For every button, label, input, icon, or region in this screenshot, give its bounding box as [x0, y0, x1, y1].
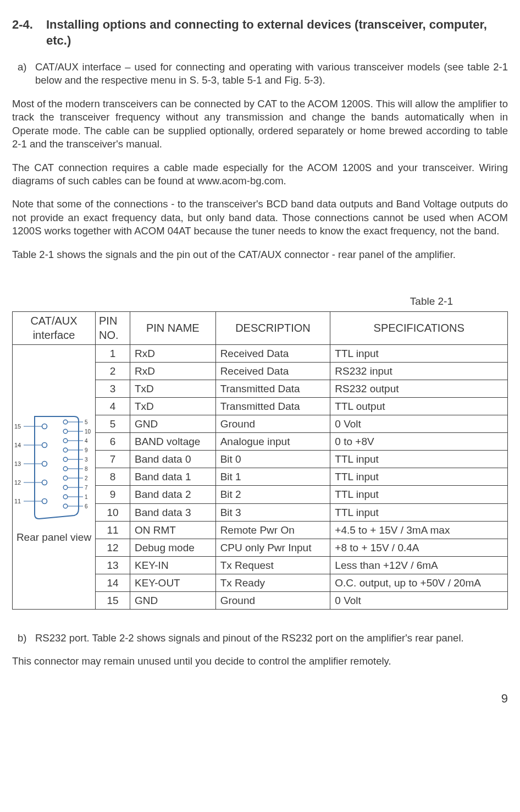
pin-specification: TTL output [330, 398, 508, 415]
svg-text:13: 13 [14, 460, 21, 467]
pin-specification: TTL input [330, 486, 508, 503]
pin-number: 14 [96, 574, 130, 591]
pin-number: 5 [96, 415, 130, 433]
svg-text:12: 12 [14, 479, 21, 486]
svg-text:8: 8 [85, 466, 88, 472]
pin-description: Bit 3 [215, 503, 330, 521]
pin-number: 15 [96, 591, 130, 609]
list-item-a: a) CAT/AUX interface – used for connecti… [18, 61, 508, 87]
pin-number: 8 [96, 468, 130, 486]
page-number: 9 [12, 690, 508, 706]
pin-name: Band data 0 [130, 451, 216, 468]
svg-point-27 [63, 457, 68, 462]
pin-number: 9 [96, 486, 130, 503]
col-header: PIN NO. [96, 312, 130, 345]
pin-description: Bit 2 [215, 486, 330, 503]
pin-description: Transmitted Data [215, 398, 330, 415]
pin-specification: TTL input [330, 503, 508, 521]
pin-number: 3 [96, 380, 130, 397]
pin-specification: RS232 input [330, 362, 508, 380]
pin-name: RxD [130, 344, 216, 362]
pin-number: 12 [96, 539, 130, 556]
list-text: RS232 port. Table 2-2 shows signals and … [35, 632, 464, 645]
paragraph: Note that some of the connections - to t… [12, 197, 508, 238]
pin-number: 10 [96, 503, 130, 521]
table-caption: Table 2-1 [12, 294, 508, 308]
pin-description: Remote Pwr On [215, 521, 330, 539]
svg-point-39 [63, 495, 68, 499]
pin-specification: Less than +12V / 6mA [330, 556, 508, 574]
col-header: CAT/AUX interface [13, 312, 96, 345]
pin-number: 2 [96, 362, 130, 380]
svg-point-15 [63, 420, 68, 424]
section-number: 2-4. [12, 17, 46, 48]
closing-paragraph: This connector may remain unused until y… [12, 655, 508, 668]
diagram-label: Rear panel view [16, 531, 91, 544]
svg-text:1: 1 [85, 494, 88, 500]
paragraph: Most of the modern transceivers can be c… [12, 97, 508, 151]
section-title: Installing options and connecting to ext… [46, 17, 508, 48]
svg-text:3: 3 [85, 457, 88, 463]
pin-description: Tx Ready [215, 574, 330, 591]
table-row: 151413121151049382716Rear panel view1RxD… [13, 344, 508, 362]
pin-specification: TTL input [330, 451, 508, 468]
pin-name: GND [130, 591, 216, 609]
connector-diagram-cell: 151413121151049382716Rear panel view [13, 344, 96, 609]
svg-text:5: 5 [85, 419, 88, 425]
svg-point-9 [42, 480, 47, 485]
svg-point-18 [63, 429, 68, 434]
svg-text:6: 6 [85, 503, 88, 509]
pin-number: 4 [96, 398, 130, 415]
list-text: CAT/AUX interface – used for connecting … [35, 61, 508, 87]
pin-description: CPU only Pwr Input [215, 539, 330, 556]
svg-text:11: 11 [14, 498, 21, 504]
svg-text:9: 9 [85, 447, 88, 453]
pin-specification: TTL input [330, 468, 508, 486]
pin-number: 6 [96, 433, 130, 451]
pin-description: Ground [215, 591, 330, 609]
pin-number: 11 [96, 521, 130, 539]
svg-point-21 [63, 438, 68, 443]
pin-number: 13 [96, 556, 130, 574]
svg-point-24 [63, 448, 68, 452]
col-header: DESCRIPTION [215, 312, 330, 345]
paragraph: The CAT connection requires a cable made… [12, 161, 508, 188]
table-header-row: CAT/AUX interface PIN NO. PIN NAME DESCR… [13, 312, 508, 345]
pin-name: TxD [130, 380, 216, 397]
pin-description: Ground [215, 415, 330, 433]
svg-point-3 [42, 443, 47, 448]
pin-description: Bit 0 [215, 451, 330, 468]
pin-description: Bit 1 [215, 468, 330, 486]
pin-description: Received Data [215, 344, 330, 362]
pin-specification: 0 Volt [330, 591, 508, 609]
paragraph: Table 2-1 shows the signals and the pin … [12, 248, 508, 261]
pin-name: ON RMT [130, 521, 216, 539]
col-header: SPECIFICATIONS [330, 312, 508, 345]
pin-description: Transmitted Data [215, 380, 330, 397]
svg-point-12 [42, 499, 47, 504]
pin-name: Band data 2 [130, 486, 216, 503]
svg-point-30 [63, 467, 68, 471]
svg-text:4: 4 [85, 438, 88, 444]
pin-description: Received Data [215, 362, 330, 380]
pin-specification: 0 to +8V [330, 433, 508, 451]
list-item-b: b) RS232 port. Table 2-2 shows signals a… [18, 632, 508, 645]
svg-text:15: 15 [14, 423, 21, 430]
section-heading: 2-4. Installing options and connecting t… [12, 17, 508, 48]
svg-text:7: 7 [85, 485, 88, 491]
svg-text:10: 10 [85, 429, 91, 435]
pin-specification: RS232 output [330, 380, 508, 397]
pin-description: Tx Request [215, 556, 330, 574]
pin-specification: 0 Volt [330, 415, 508, 433]
svg-point-6 [42, 462, 47, 467]
list-marker: b) [18, 632, 35, 645]
pin-number: 7 [96, 451, 130, 468]
pin-name: KEY-OUT [130, 574, 216, 591]
pin-specification: O.C. output, up to +50V / 20mA [330, 574, 508, 591]
pin-name: Debug mode [130, 539, 216, 556]
svg-text:2: 2 [85, 475, 88, 481]
pin-table: CAT/AUX interface PIN NO. PIN NAME DESCR… [12, 311, 508, 610]
svg-text:14: 14 [14, 442, 21, 448]
svg-point-42 [63, 504, 68, 508]
pin-name: KEY-IN [130, 556, 216, 574]
